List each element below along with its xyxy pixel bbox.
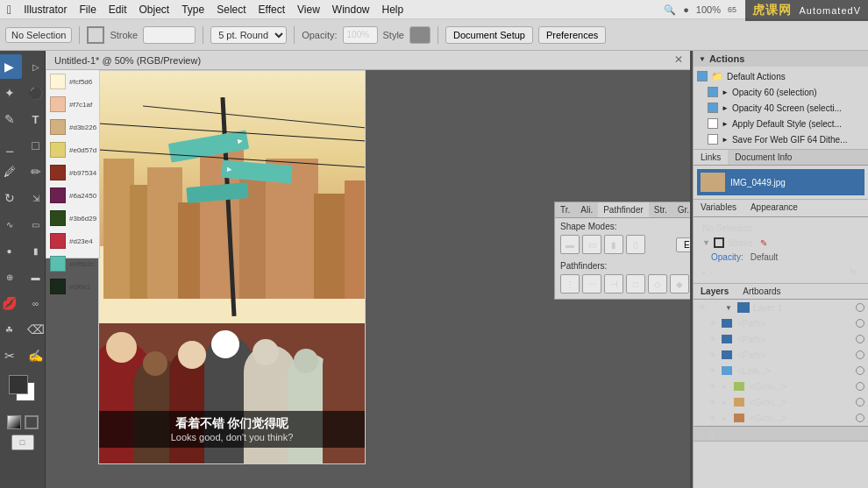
- color-swatch-9[interactable]: [50, 256, 66, 272]
- minus-back-btn[interactable]: ◆: [670, 274, 689, 294]
- color-swatch-8[interactable]: [50, 233, 66, 249]
- sublayer-g2-eye-icon[interactable]: 👁: [708, 397, 718, 407]
- color-picker-area[interactable]: [9, 375, 37, 403]
- canvas-tab[interactable]: Untitled-1* @ 50% (RGB/Preview) ✕: [46, 51, 690, 70]
- divide-btn[interactable]: ⋮: [560, 274, 580, 294]
- links-tab[interactable]: Links: [694, 150, 728, 165]
- new-layer-icon[interactable]: □: [697, 428, 703, 439]
- action-row-0[interactable]: ► Opacity 60 (selection): [694, 84, 868, 100]
- color-swatch-10[interactable]: [50, 279, 66, 294]
- scissors-tool[interactable]: ✂: [0, 343, 22, 368]
- color-row-2[interactable]: #f7c1af: [46, 93, 99, 116]
- tab-transform[interactable]: Tr.: [555, 202, 575, 217]
- color-swatch-6[interactable]: [50, 187, 66, 203]
- actions-header[interactable]: ▼ Actions: [694, 51, 868, 67]
- color-swatch-1[interactable]: [50, 74, 66, 89]
- stroke-icon[interactable]: [25, 415, 39, 429]
- sublayer-1-eye-icon[interactable]: 👁: [708, 318, 718, 329]
- sublayer-g2-expand-icon[interactable]: ►: [722, 399, 729, 407]
- color-row-9[interactable]: #0f5b2c: [46, 252, 99, 275]
- exclude-btn[interactable]: ▯: [626, 235, 645, 254]
- selection-tool[interactable]: ▶: [0, 54, 22, 79]
- line-tool[interactable]: ⎯: [0, 133, 22, 158]
- column-graph-tool[interactable]: ▮: [24, 238, 48, 263]
- delete-appearance-icon[interactable]: ▫: [711, 267, 715, 277]
- sublayer-g1-eye-icon[interactable]: 👁: [708, 381, 718, 392]
- sublayer-g3-expand-icon[interactable]: ►: [722, 414, 729, 422]
- new-art-icon[interactable]: ▪: [702, 267, 706, 277]
- sublayer-2-eye-icon[interactable]: 👁: [708, 334, 718, 344]
- fill-icon[interactable]: [7, 415, 21, 429]
- tab-stroke[interactable]: Str.: [649, 202, 672, 217]
- action-row-3[interactable]: ► Save For Web GIF 64 Dithe...: [694, 131, 868, 147]
- sublayer-group-3[interactable]: 👁 ► <Grou...>: [694, 410, 868, 426]
- color-swatch-3[interactable]: [50, 119, 66, 135]
- layer-1-eye-icon[interactable]: 👁: [697, 302, 708, 313]
- menu-illustrator[interactable]: Illustrator: [24, 4, 67, 16]
- tab-pathfinder[interactable]: Pathfinder: [598, 202, 649, 217]
- document-info-tab[interactable]: Document Info: [728, 150, 799, 165]
- menu-view[interactable]: View: [297, 4, 320, 16]
- preferences-button[interactable]: Preferences: [538, 26, 606, 44]
- sublayer-path-3[interactable]: 👁 <Path>: [694, 347, 868, 363]
- unite-btn[interactable]: ▬: [560, 235, 580, 254]
- canvas-tab-close[interactable]: ✕: [674, 53, 683, 66]
- menu-object[interactable]: Object: [139, 4, 170, 16]
- link-item-1[interactable]: IMG_0449.jpg: [697, 169, 864, 195]
- hand-tool[interactable]: ✍: [24, 343, 48, 368]
- color-swatch-4[interactable]: [50, 142, 66, 158]
- color-row-1[interactable]: #fcf5d6: [46, 70, 99, 93]
- trim-btn[interactable]: ⋯: [582, 274, 601, 294]
- outline-btn[interactable]: ◇: [648, 274, 667, 294]
- expand-button[interactable]: Expand: [676, 237, 690, 252]
- screen-mode-btn[interactable]: □: [11, 435, 34, 450]
- sublayer-g3-eye-icon[interactable]: 👁: [708, 413, 718, 423]
- opacity-field[interactable]: 100%: [343, 26, 378, 44]
- variables-tab[interactable]: Variables: [694, 200, 743, 216]
- pen-tool[interactable]: ✎: [0, 107, 22, 131]
- mesh-tool[interactable]: ⊕: [0, 265, 22, 289]
- lasso-tool[interactable]: ⚫: [24, 81, 48, 105]
- sublayer-3-eye-icon[interactable]: 👁: [708, 350, 718, 360]
- blend-tool[interactable]: ∞: [24, 291, 48, 315]
- appearance-tab[interactable]: Appearance: [743, 200, 805, 216]
- sublayer-g1-expand-icon[interactable]: ►: [722, 383, 729, 391]
- color-swatch-7[interactable]: [50, 210, 66, 226]
- fx-btn[interactable]: fx.: [850, 267, 859, 277]
- merge-btn[interactable]: ⊣: [604, 274, 623, 294]
- sublayer-link-eye-icon[interactable]: 👁: [708, 365, 718, 376]
- color-row-8[interactable]: #d23e4: [46, 230, 99, 252]
- direct-selection-tool[interactable]: ▷: [24, 54, 48, 79]
- color-row-4[interactable]: #e0d57d: [46, 138, 99, 161]
- sublayer-path-1[interactable]: 👁 <Path>: [694, 315, 868, 331]
- delete-layer-icon[interactable]: 🗑: [707, 428, 716, 439]
- fx-row[interactable]: ▪ ▫ fx.: [697, 265, 864, 279]
- color-row-6[interactable]: #6a2450: [46, 184, 99, 207]
- sublayer-path-2[interactable]: 👁 <Path>: [694, 331, 868, 347]
- foreground-color[interactable]: [9, 375, 28, 394]
- menu-type[interactable]: Type: [181, 4, 204, 16]
- stroke-color-field[interactable]: [143, 26, 196, 44]
- color-row-7[interactable]: #3b6d29: [46, 207, 99, 230]
- menu-help[interactable]: Help: [382, 4, 404, 16]
- stroke-edit-icon[interactable]: ✎: [760, 238, 767, 248]
- eraser-tool[interactable]: ⌫: [24, 317, 48, 342]
- apple-menu[interactable]: : [7, 3, 11, 17]
- symbol-sprayer-tool[interactable]: ●: [0, 238, 22, 263]
- color-row-10[interactable]: #0f6e1: [46, 275, 99, 298]
- menu-file[interactable]: File: [79, 4, 96, 16]
- layer-1-row[interactable]: 👁 ▼ Layer 1: [694, 300, 868, 315]
- sublayer-group-2[interactable]: 👁 ► <Grou...>: [694, 394, 868, 410]
- paintbrush-tool[interactable]: 🖉: [0, 159, 22, 184]
- magic-wand-tool[interactable]: ✦: [0, 81, 22, 105]
- stroke-size-select[interactable]: 5 pt. Round: [210, 26, 287, 44]
- minus-front-btn[interactable]: ▭: [582, 235, 601, 254]
- scale-tool[interactable]: ⇲: [24, 186, 48, 210]
- pencil-tool[interactable]: ✏: [24, 159, 48, 184]
- eyedropper-tool[interactable]: 💋: [0, 291, 22, 315]
- free-transform-tool[interactable]: ▭: [24, 212, 48, 237]
- live-paint-tool[interactable]: ☘: [0, 317, 22, 342]
- menu-select[interactable]: Select: [217, 4, 245, 16]
- artboards-tab[interactable]: Artboards: [736, 284, 787, 299]
- layer-1-expand-icon[interactable]: ▼: [725, 304, 732, 312]
